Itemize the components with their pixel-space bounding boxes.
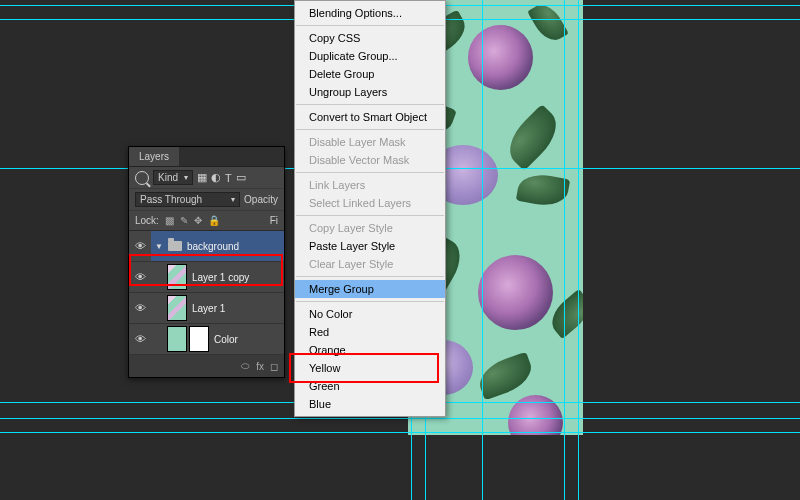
folder-icon [168, 241, 182, 251]
filter-kind-label: Kind [158, 172, 178, 183]
blend-mode-row: Pass Through ▾ Opacity [129, 189, 284, 211]
menu-separator [296, 104, 444, 105]
layers-tab[interactable]: Layers [129, 147, 179, 166]
menu-item: Disable Layer Mask [295, 133, 445, 151]
ruler-guide-h [0, 432, 800, 433]
layer-content: Layer 1 copy [151, 262, 284, 292]
menu-item[interactable]: Convert to Smart Object [295, 108, 445, 126]
layer-content: Color [151, 324, 284, 354]
mask-icon[interactable]: ◻ [270, 361, 278, 372]
menu-item[interactable]: Blending Options... [295, 4, 445, 22]
menu-item[interactable]: Paste Layer Style [295, 237, 445, 255]
layers-panel-footer: ⬭ fx ◻ [129, 355, 284, 377]
visibility-toggle[interactable]: 👁 [129, 240, 151, 252]
menu-item[interactable]: Copy CSS [295, 29, 445, 47]
menu-item: Select Linked Layers [295, 194, 445, 212]
filter-type-icon[interactable]: T [225, 172, 232, 184]
layer-row[interactable]: 👁 Layer 1 [129, 293, 284, 324]
lock-row: Lock: ▩ ✎ ✥ 🔒 Fi [129, 211, 284, 231]
visibility-toggle[interactable]: 👁 [129, 302, 151, 314]
menu-item: Disable Vector Mask [295, 151, 445, 169]
layers-panel: Layers Kind ▾ ▦ ◐ T ▭ Pass Through ▾ Opa… [128, 146, 285, 378]
layer-row[interactable]: 👁 Color [129, 324, 284, 355]
panel-tab-bar: Layers [129, 147, 284, 167]
layer-filter-row: Kind ▾ ▦ ◐ T ▭ [129, 167, 284, 189]
blend-mode-dropdown[interactable]: Pass Through ▾ [135, 192, 240, 207]
menu-item[interactable]: Orange [295, 341, 445, 359]
layer-name[interactable]: Layer 1 copy [192, 272, 249, 283]
menu-item: Clear Layer Style [295, 255, 445, 273]
menu-item[interactable]: Blue [295, 395, 445, 413]
fx-icon[interactable]: fx [256, 361, 264, 372]
layer-thumbnail[interactable] [167, 264, 187, 290]
visibility-toggle[interactable]: 👁 [129, 333, 151, 345]
lock-label: Lock: [135, 215, 159, 226]
menu-item[interactable]: Ungroup Layers [295, 83, 445, 101]
layer-name[interactable]: Layer 1 [192, 303, 225, 314]
search-icon [135, 171, 149, 185]
layer-row-group[interactable]: 👁 ▼ background [129, 231, 284, 262]
filter-pixel-icon[interactable]: ▦ [197, 171, 207, 184]
filter-kind-dropdown[interactable]: Kind ▾ [153, 170, 193, 185]
layer-name[interactable]: Color [214, 334, 238, 345]
menu-separator [296, 129, 444, 130]
menu-item: Link Layers [295, 176, 445, 194]
layer-thumbnail[interactable] [167, 326, 187, 352]
menu-item: Copy Layer Style [295, 219, 445, 237]
lock-position-icon[interactable]: ✥ [194, 215, 202, 226]
visibility-toggle[interactable]: 👁 [129, 271, 151, 283]
fill-label: Fi [270, 215, 278, 226]
menu-item[interactable]: Red [295, 323, 445, 341]
menu-item[interactable]: Duplicate Group... [295, 47, 445, 65]
opacity-label: Opacity [244, 194, 278, 205]
layer-mask-thumbnail[interactable] [189, 326, 209, 352]
menu-item[interactable]: Green [295, 377, 445, 395]
chevron-down-icon: ▾ [231, 195, 235, 204]
filter-shape-icon[interactable]: ▭ [236, 171, 246, 184]
lock-transparency-icon[interactable]: ▩ [165, 215, 174, 226]
blend-mode-value: Pass Through [140, 194, 202, 205]
layer-content: Layer 1 [151, 293, 284, 323]
menu-separator [296, 25, 444, 26]
menu-item[interactable]: No Color [295, 305, 445, 323]
layer-name[interactable]: background [187, 241, 239, 252]
menu-item[interactable]: Delete Group [295, 65, 445, 83]
menu-item[interactable]: Merge Group [295, 280, 445, 298]
menu-separator [296, 276, 444, 277]
layer-context-menu: Blending Options...Copy CSSDuplicate Gro… [294, 0, 446, 417]
menu-item[interactable]: Yellow [295, 359, 445, 377]
menu-separator [296, 172, 444, 173]
ruler-guide-h [0, 418, 800, 419]
menu-separator [296, 301, 444, 302]
chevron-down-icon: ▾ [184, 173, 188, 182]
layer-row[interactable]: 👁 Layer 1 copy [129, 262, 284, 293]
disclosure-triangle-icon[interactable]: ▼ [155, 242, 163, 251]
layer-thumbnail[interactable] [167, 295, 187, 321]
menu-separator [296, 215, 444, 216]
link-layers-icon[interactable]: ⬭ [241, 360, 250, 372]
filter-adjustment-icon[interactable]: ◐ [211, 171, 221, 184]
layer-content: ▼ background [151, 231, 284, 261]
lock-paint-icon[interactable]: ✎ [180, 215, 188, 226]
lock-all-icon[interactable]: 🔒 [208, 215, 220, 226]
